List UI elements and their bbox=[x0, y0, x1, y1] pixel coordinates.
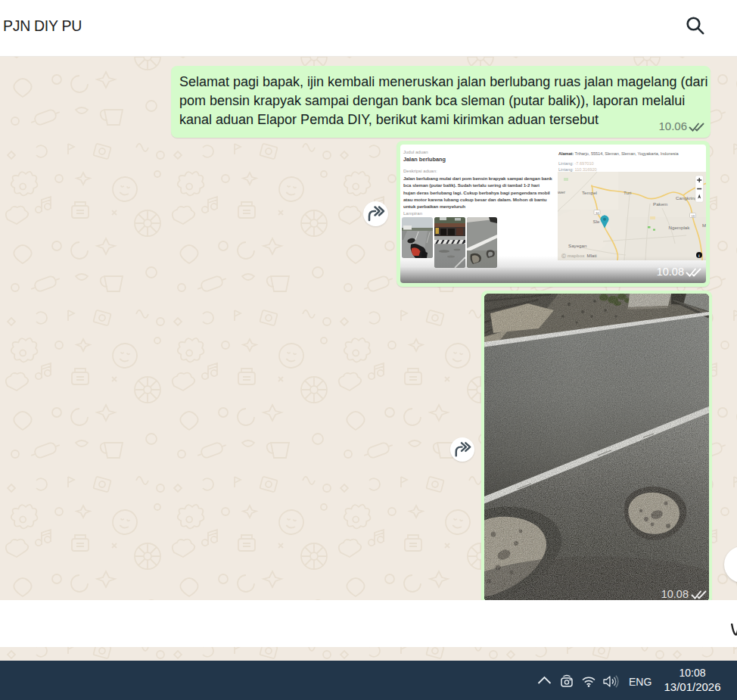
svg-text:Sayegan: Sayegan bbox=[568, 243, 587, 248]
svg-text:Turi: Turi bbox=[623, 190, 631, 195]
svg-text:Tempel: Tempel bbox=[582, 190, 597, 195]
svg-text:wer: wer bbox=[558, 189, 565, 194]
svg-text:M: M bbox=[702, 222, 706, 228]
svg-text:19: 19 bbox=[692, 214, 695, 218]
svg-text:Sle: Sle bbox=[593, 219, 601, 224]
svg-text:Cangkring: Cangkring bbox=[676, 195, 698, 201]
svg-text:Ngemplak: Ngemplak bbox=[669, 225, 691, 230]
svg-text:34: 34 bbox=[596, 211, 599, 215]
svg-text:Pakem: Pakem bbox=[653, 201, 667, 207]
